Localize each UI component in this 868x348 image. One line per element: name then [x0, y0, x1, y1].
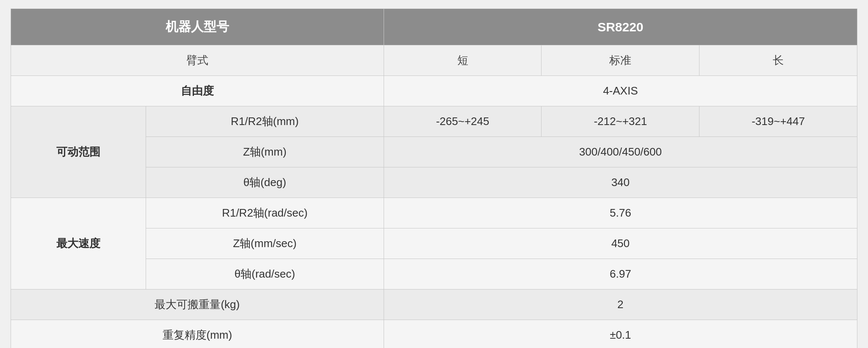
repeatability-value: ±0.1 — [384, 320, 857, 348]
theta-axis-range-label: θ轴(deg) — [146, 167, 384, 198]
speed-r1r2-row: 最大速度 R1/R2轴(rad/sec) 5.76 — [11, 198, 857, 228]
max-payload-value: 2 — [384, 290, 857, 320]
r1r2-std-value: -212~+321 — [542, 106, 699, 137]
speed-theta-value: 6.97 — [384, 259, 857, 290]
speed-z-value: 450 — [384, 228, 857, 259]
header-robot-model: 机器人型号 — [11, 9, 384, 45]
z-axis-range-value: 300/400/450/600 — [384, 137, 857, 167]
speed-r1r2-label: R1/R2轴(rad/sec) — [146, 198, 384, 228]
theta-axis-range-value: 340 — [384, 167, 857, 198]
movable-r1r2-row: 可动范围 R1/R2轴(mm) -265~+245 -212~+321 -319… — [11, 106, 857, 137]
repeatability-row: 重复精度(mm) ±0.1 — [11, 320, 857, 348]
freedom-value: 4-AXIS — [384, 76, 857, 106]
speed-r1r2-value: 5.76 — [384, 198, 857, 228]
max-speed-label: 最大速度 — [11, 198, 146, 290]
r1r2-long-value: -319~+447 — [699, 106, 857, 137]
repeatability-label: 重复精度(mm) — [11, 320, 384, 348]
freedom-label: 自由度 — [11, 76, 384, 106]
max-payload-label: 最大可搬重量(kg) — [11, 290, 384, 320]
arm-type-label: 臂式 — [11, 45, 384, 76]
header-row: 机器人型号 SR8220 — [11, 9, 857, 45]
speed-z-label: Z轴(mm/sec) — [146, 228, 384, 259]
speed-theta-label: θ轴(rad/sec) — [146, 259, 384, 290]
arm-type-row: 臂式 短 标准 长 — [11, 45, 857, 76]
spec-table: 机器人型号 SR8220 臂式 短 标准 长 自由度 4-AXIS 可动范围 R… — [11, 8, 857, 348]
arm-standard-label: 标准 — [542, 45, 699, 76]
r1r2-short-value: -265~+245 — [384, 106, 542, 137]
arm-short-label: 短 — [384, 45, 542, 76]
spec-table-wrapper: 机器人型号 SR8220 臂式 短 标准 长 自由度 4-AXIS 可动范围 R… — [11, 8, 857, 348]
max-payload-row: 最大可搬重量(kg) 2 — [11, 290, 857, 320]
r1r2-axis-label: R1/R2轴(mm) — [146, 106, 384, 137]
z-axis-range-label: Z轴(mm) — [146, 137, 384, 167]
header-model-number: SR8220 — [384, 9, 857, 45]
freedom-row: 自由度 4-AXIS — [11, 76, 857, 106]
movable-range-label: 可动范围 — [11, 106, 146, 198]
arm-long-label: 长 — [699, 45, 857, 76]
